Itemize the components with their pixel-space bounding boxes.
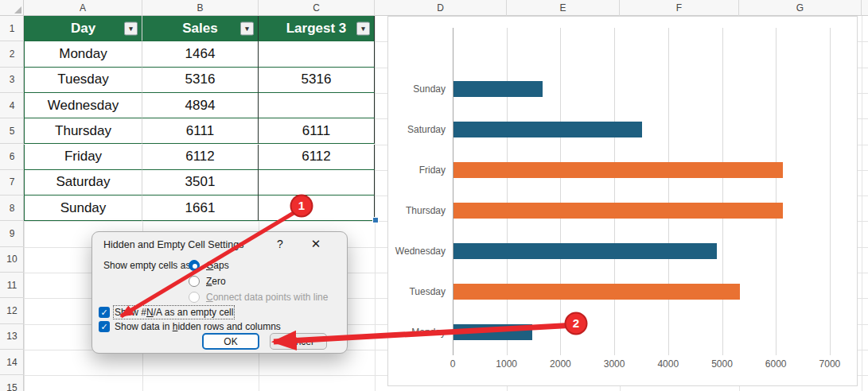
column-header-B[interactable]: B bbox=[142, 0, 259, 16]
column-header-F[interactable]: F bbox=[620, 0, 739, 16]
chart-gridline bbox=[722, 28, 723, 355]
row-header-9[interactable]: 9 bbox=[0, 221, 24, 246]
cancel-button[interactable]: Cancel bbox=[270, 333, 327, 350]
radio-option[interactable]: Gaps bbox=[189, 259, 229, 272]
row-header-1[interactable]: 1 bbox=[0, 16, 24, 41]
column-header-E[interactable]: E bbox=[507, 0, 620, 16]
table-cell-sales[interactable]: 6112 bbox=[142, 145, 259, 170]
column-header-D[interactable]: D bbox=[375, 0, 507, 16]
checkbox-option[interactable]: ✓Show data in hidden rows and columns bbox=[99, 320, 281, 333]
bar-monday[interactable] bbox=[453, 324, 532, 340]
bar-thursday[interactable] bbox=[453, 203, 783, 219]
category-label: Sunday bbox=[388, 83, 446, 95]
gridline bbox=[862, 16, 862, 391]
table-resize-handle[interactable] bbox=[372, 217, 379, 223]
chart-gridline bbox=[614, 28, 615, 355]
radio-label: Zero bbox=[206, 276, 226, 287]
row-header-15[interactable]: 15 bbox=[0, 375, 24, 391]
table-cell-sales[interactable]: 3501 bbox=[142, 170, 259, 196]
table-cell-day[interactable]: Saturday bbox=[24, 170, 142, 196]
row-header-5[interactable]: 5 bbox=[0, 118, 24, 144]
table-header-cell: Sales▾ bbox=[142, 16, 259, 41]
radio-icon bbox=[189, 276, 200, 287]
select-all-corner[interactable] bbox=[0, 0, 24, 16]
row-header-4[interactable]: 4 bbox=[0, 93, 24, 118]
table-row: Monday1464 bbox=[24, 41, 375, 67]
row-header-10[interactable]: 10 bbox=[0, 247, 24, 273]
bar-tuesday[interactable] bbox=[453, 284, 740, 300]
filter-dropdown-icon[interactable]: ▾ bbox=[356, 21, 370, 35]
row-header-7[interactable]: 7 bbox=[0, 170, 24, 196]
column-header-G[interactable]: G bbox=[739, 0, 862, 16]
bar-friday[interactable] bbox=[453, 162, 783, 178]
chart-gridline bbox=[507, 28, 508, 355]
chart-gridline bbox=[453, 28, 453, 355]
row-header-8[interactable]: 8 bbox=[0, 196, 24, 221]
table-cell-largest[interactable] bbox=[259, 41, 375, 67]
x-axis-tick-label: 7000 bbox=[806, 358, 854, 370]
table-cell-day[interactable]: Sunday bbox=[24, 196, 142, 221]
table-cell-sales[interactable]: 6111 bbox=[142, 118, 259, 144]
table-cell-day[interactable]: Wednesday bbox=[24, 93, 142, 118]
bar-chart[interactable]: 01000200030004000500060007000SundaySatur… bbox=[387, 16, 858, 386]
column-header-C[interactable]: C bbox=[259, 0, 375, 16]
row-headers: 123456789101112131415 bbox=[0, 16, 24, 391]
row-header-2[interactable]: 2 bbox=[0, 41, 24, 67]
close-icon[interactable]: ✕ bbox=[309, 237, 323, 251]
row-header-13[interactable]: 13 bbox=[0, 324, 24, 350]
ok-button[interactable]: OK bbox=[202, 333, 259, 350]
table-cell-largest[interactable] bbox=[259, 93, 375, 118]
radio-label: Connect data points with line bbox=[206, 292, 328, 303]
table-cell-day[interactable]: Thursday bbox=[24, 118, 142, 144]
table-row: Wednesday4894 bbox=[24, 93, 375, 118]
category-label: Monday bbox=[388, 327, 446, 338]
row-header-11[interactable]: 11 bbox=[0, 273, 24, 298]
row-header-12[interactable]: 12 bbox=[0, 298, 24, 323]
bar-sunday[interactable] bbox=[453, 81, 543, 97]
table-cell-sales[interactable]: 1464 bbox=[142, 41, 259, 67]
show-empty-cells-label: Show empty cells as: bbox=[103, 260, 193, 271]
table-cell-sales[interactable]: 1661 bbox=[142, 196, 259, 221]
bar-saturday[interactable] bbox=[453, 122, 642, 137]
category-label: Friday bbox=[388, 165, 446, 176]
filter-dropdown-icon[interactable]: ▾ bbox=[124, 21, 138, 35]
table-cell-largest[interactable]: 5316 bbox=[259, 68, 375, 93]
table-header-row: Day▾Sales▾Largest 3▾ bbox=[24, 16, 375, 41]
table-cell-sales[interactable]: 5316 bbox=[142, 68, 259, 93]
row-header-3[interactable]: 3 bbox=[0, 68, 24, 93]
table-cell-day[interactable]: Tuesday bbox=[24, 68, 142, 93]
table-header-label: Sales bbox=[182, 21, 217, 37]
bar-wednesday[interactable] bbox=[453, 243, 717, 259]
x-axis-tick-label: 5000 bbox=[699, 358, 746, 370]
gridline bbox=[375, 16, 376, 391]
table-row: Saturday3501 bbox=[24, 170, 375, 196]
row-header-14[interactable]: 14 bbox=[0, 350, 24, 375]
table-cell-largest[interactable] bbox=[259, 170, 375, 196]
table-cell-day[interactable]: Friday bbox=[24, 145, 142, 170]
x-axis-tick-label: 3000 bbox=[590, 358, 638, 370]
radio-option[interactable]: Zero bbox=[189, 275, 226, 288]
row-header-6[interactable]: 6 bbox=[0, 145, 24, 170]
filter-dropdown-icon[interactable]: ▾ bbox=[240, 21, 254, 35]
table-row: Thursday61116111 bbox=[24, 118, 375, 144]
checkbox-label: Show #N/A as an empty cell bbox=[115, 307, 233, 318]
table-cell-day[interactable]: Monday bbox=[24, 41, 142, 67]
table-cell-largest[interactable] bbox=[259, 196, 375, 221]
chart-gridline bbox=[830, 28, 831, 355]
select-all-triangle-icon bbox=[14, 6, 21, 14]
table-row: Friday61126112 bbox=[24, 145, 375, 170]
category-label: Wednesday bbox=[388, 246, 446, 257]
help-icon[interactable]: ? bbox=[274, 238, 286, 250]
table-cell-sales[interactable]: 4894 bbox=[142, 93, 259, 118]
checkbox-icon: ✓ bbox=[99, 321, 110, 332]
x-axis-tick-label: 1000 bbox=[483, 358, 531, 370]
radio-label: Gaps bbox=[206, 260, 229, 271]
radio-icon bbox=[189, 292, 200, 303]
table-cell-largest[interactable]: 6111 bbox=[259, 118, 375, 144]
column-header-A[interactable]: A bbox=[24, 0, 142, 16]
radio-option[interactable]: Connect data points with line bbox=[189, 291, 328, 304]
chart-gridline bbox=[668, 28, 669, 355]
checkbox-option[interactable]: ✓Show #N/A as an empty cell bbox=[99, 306, 233, 319]
x-axis-tick-label: 0 bbox=[429, 358, 477, 370]
table-cell-largest[interactable]: 6112 bbox=[259, 145, 375, 170]
